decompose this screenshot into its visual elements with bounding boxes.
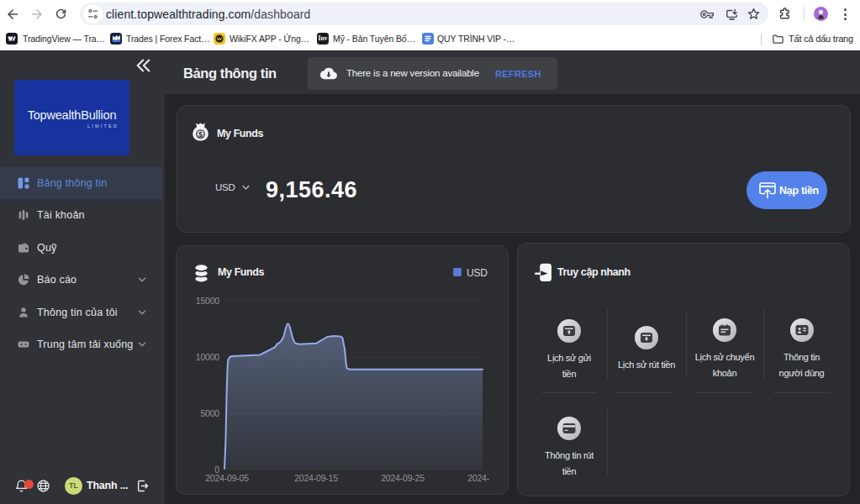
svg-text:15000: 15000 xyxy=(196,296,220,306)
svg-text:2024-09-25: 2024-09-25 xyxy=(381,473,425,483)
svg-text:10000: 10000 xyxy=(196,352,220,362)
svg-text:$: $ xyxy=(198,130,203,139)
svg-text:2024-09-05: 2024-09-05 xyxy=(205,473,249,483)
svg-text:2024-10-05: 2024-10-05 xyxy=(467,473,508,483)
svg-text:2024-09-15: 2024-09-15 xyxy=(294,473,338,483)
svg-text:5000: 5000 xyxy=(200,408,219,418)
